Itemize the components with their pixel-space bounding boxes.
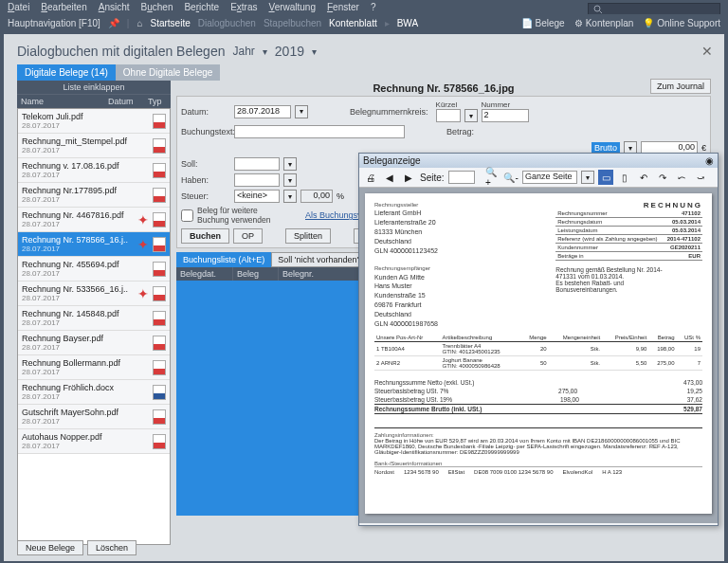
menu-berichte[interactable]: Berichte	[184, 2, 219, 12]
soll-input[interactable]	[234, 157, 280, 171]
haben-label: Haben:	[181, 175, 230, 185]
nav-dialogbuchen[interactable]: Dialogbuchen	[198, 18, 256, 28]
datum-dropdown[interactable]: ▾	[295, 105, 308, 118]
reuse-checkbox[interactable]	[181, 209, 193, 222]
datum-label: Datum:	[181, 107, 230, 117]
puzzle-icon: ✦	[137, 237, 149, 252]
list-item[interactable]: Rechnung Nr. 455694.pdf28.07.2017	[18, 257, 170, 282]
pdf-icon	[153, 212, 166, 227]
list-item[interactable]: Telekom Juli.pdf28.07.2017	[18, 109, 170, 134]
buchtext-label: Buchungstext:	[181, 127, 230, 136]
rotate-left-icon[interactable]: ↶	[636, 170, 651, 185]
steuer-label: Steuer:	[181, 191, 230, 201]
zoom-select[interactable]: Ganze Seite	[522, 171, 577, 184]
tab-ohne-digitale[interactable]: Ohne Digitale Belege	[116, 64, 221, 81]
pdf-icon	[153, 286, 166, 301]
zoom-out-icon[interactable]: 🔍-	[503, 170, 519, 185]
prev-page-icon[interactable]: ◀	[382, 170, 397, 185]
fit-width-icon[interactable]: ▭	[598, 170, 613, 185]
pdf-icon	[153, 336, 166, 351]
next-page-icon[interactable]: ▶	[401, 170, 416, 185]
list-item[interactable]: Rechnung Bollermann.pdf28.07.2017	[18, 355, 170, 380]
haben-input[interactable]	[234, 173, 280, 187]
jahr-value[interactable]: 2019	[275, 44, 304, 59]
pdf-icon	[153, 311, 166, 326]
document-list: Telekom Juli.pdf28.07.2017Rechnung_mit_S…	[17, 108, 171, 545]
menu-verwaltung[interactable]: Verwaltung	[269, 2, 316, 12]
nav-stapelbuchen[interactable]: Stapelbuchen	[264, 18, 321, 28]
pdf-icon	[153, 163, 166, 178]
nummer-input[interactable]: 2	[482, 109, 529, 122]
home-icon[interactable]: ⌂	[136, 18, 142, 28]
viewer-toolbar: 🖨 ◀ ▶ Seite: 🔍+ 🔍- Ganze Seite▾ ▭ ▯ ↶ ↷ …	[359, 168, 718, 188]
nav-startseite[interactable]: Startseite	[151, 18, 191, 28]
pdf-icon	[153, 138, 166, 154]
redo-icon[interactable]: ⤻	[693, 170, 708, 185]
list-item[interactable]: Rechnung Nr. 533566_16.j..28.07.2017✦	[18, 282, 170, 306]
pin-icon[interactable]: 📌	[108, 18, 119, 28]
nav-bwa[interactable]: BWA	[397, 18, 418, 28]
belege-button[interactable]: 📄Belege	[521, 18, 565, 28]
list-item[interactable]: Rechnung Nr. 578566_16.j..28.07.2017✦	[18, 232, 170, 257]
hauptnav-button[interactable]: Hauptnavigation [F10]	[8, 18, 100, 28]
nav-kontenblatt[interactable]: Kontenblatt	[329, 18, 377, 28]
list-item[interactable]: Rechnung Bayser.pdf28.07.2017	[18, 331, 170, 355]
kontenplan-button[interactable]: ⚙Kontenplan	[574, 18, 634, 28]
datum-input[interactable]: 28.07.2018	[234, 105, 291, 118]
rotate-right-icon[interactable]: ↷	[655, 170, 670, 185]
betrag-label: Betrag:	[446, 127, 474, 136]
svg-point-0	[594, 6, 600, 11]
undo-icon[interactable]: ⤺	[674, 170, 689, 185]
puzzle-icon: ✦	[137, 212, 149, 227]
pdf-icon	[153, 409, 166, 425]
menu-fenster[interactable]: Fenster	[327, 2, 359, 12]
menu-buchen[interactable]: Buchen	[141, 2, 173, 12]
support-button[interactable]: 💡Online Support	[643, 18, 720, 28]
steuer-select[interactable]: <keine>	[234, 190, 280, 203]
viewer-titlebar[interactable]: Beleganzeige ◉	[359, 154, 718, 168]
fit-page-icon[interactable]: ▯	[617, 170, 632, 185]
invoice-page: Rechnungssteller Lieferant GmbH Lieferan…	[365, 193, 712, 514]
buchtext-input[interactable]	[234, 125, 405, 138]
toolbar: Hauptnavigation [F10] 📌 | ⌂ Startseite D…	[0, 14, 728, 34]
neue-belege-button[interactable]: Neue Belege	[17, 540, 83, 555]
list-item[interactable]: Rechnung Nr.177895.pdf28.07.2017	[18, 183, 170, 208]
menu-extras[interactable]: Extras	[230, 2, 257, 12]
pdf-icon	[153, 237, 166, 252]
menu-bearbeiten[interactable]: Bearbeiten	[41, 2, 86, 12]
soll-label: Soll:	[181, 159, 230, 169]
loeschen-button[interactable]: Löschen	[87, 540, 136, 555]
puzzle-icon: ✦	[137, 286, 149, 301]
buchen-button[interactable]: Buchen	[181, 228, 229, 244]
viewer-body[interactable]: Rechnungssteller Lieferant GmbH Lieferan…	[359, 188, 718, 523]
steuer-pct: 0,00	[300, 190, 333, 203]
list-item[interactable]: Rechnung v. 17.08.16.pdf28.07.2017	[18, 158, 170, 183]
page-input[interactable]	[448, 171, 475, 184]
menu-ansicht[interactable]: Ansicht	[99, 2, 130, 12]
pdf-icon	[153, 262, 166, 277]
list-item[interactable]: Gutschrift MayerSohn.pdf28.07.2017	[18, 405, 170, 429]
docx-icon	[153, 385, 166, 400]
list-item[interactable]: Rechnung Nr. 4467816.pdf28.07.2017✦	[18, 208, 170, 232]
list-collapse[interactable]: Liste einklappen	[17, 81, 171, 94]
list-item[interactable]: Autohaus Nopper.pdf28.07.2017	[18, 429, 170, 454]
menu-datei[interactable]: Datei	[8, 2, 29, 12]
pushpin-icon[interactable]: ◉	[705, 155, 714, 166]
gridtab-buchungsliste[interactable]: Buchungsliste (Alt+E)	[176, 252, 271, 267]
print-icon[interactable]: 🖨	[363, 170, 378, 185]
tab-digitale-belege[interactable]: Digitale Belege (14)	[17, 64, 116, 81]
op-button[interactable]: OP	[233, 228, 263, 244]
menu-help[interactable]: ?	[371, 2, 376, 12]
zum-journal-button[interactable]: Zum Journal	[650, 79, 711, 94]
zoom-in-icon[interactable]: 🔍+	[484, 170, 500, 185]
list-item[interactable]: Rechnung Nr. 145848.pdf28.07.2017	[18, 306, 170, 331]
pdf-icon	[153, 114, 166, 129]
list-item[interactable]: Rechnung Fröhlich.docx28.07.2017	[18, 380, 170, 405]
splitten-button[interactable]: Splitten	[285, 228, 331, 244]
beleganzeige-window: Beleganzeige ◉ 🖨 ◀ ▶ Seite: 🔍+ 🔍- Ganze …	[358, 153, 719, 526]
pdf-icon	[153, 360, 166, 375]
close-button[interactable]: ✕	[701, 44, 713, 59]
jahr-label: Jahr	[232, 45, 254, 58]
list-item[interactable]: Rechnung_mit_Stempel.pdf28.07.2017	[18, 134, 170, 158]
kuerzel-input[interactable]	[436, 109, 461, 122]
